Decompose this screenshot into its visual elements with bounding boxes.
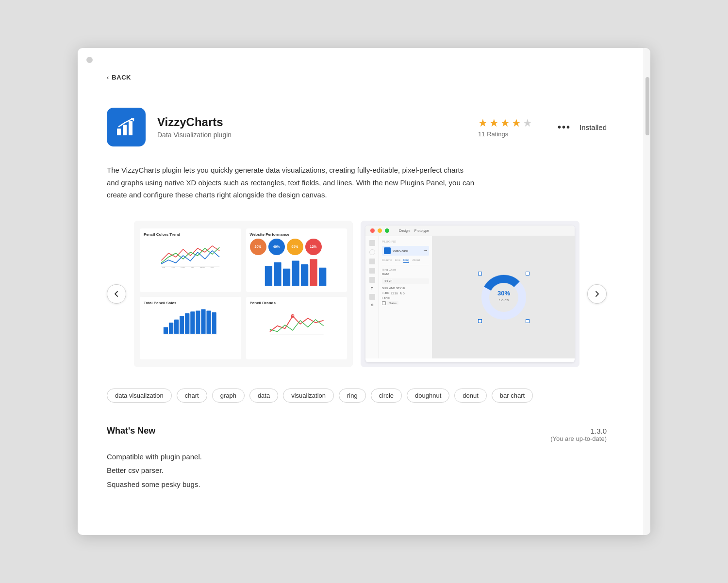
donut-badges-row: 20% 40% 65% 12% [250,239,344,255]
window-close-dot [86,57,93,63]
svg-rect-18 [169,323,173,334]
svg-rect-21 [185,313,189,333]
tag-item[interactable]: ring [339,389,366,403]
whats-new-header: What's New 1.3.0 (You are up-to-date) [107,426,607,442]
star-2: ★ [489,117,499,130]
donut-badge-3: 65% [287,239,303,255]
svg-text:30%: 30% [497,290,510,297]
mock-size-1: ○ 400 [382,292,389,294]
svg-rect-12 [282,268,290,286]
more-button[interactable]: ••• [558,122,571,132]
star-5: ★ [523,117,532,130]
tag-item[interactable]: data visualization [107,389,172,403]
mock-plugin-name: VizzyCharts [393,249,408,252]
mini-chart-website-perf: Website Performance 20% 40% 65% 12% [246,228,347,292]
mini-chart-pencil-trend: Pencil Colors Trend Jan Feb Mar [140,228,241,292]
mock-tab-prototype: Prototype [414,229,429,232]
mock-tab-ring: Ring [403,259,409,263]
plugin-header: VizzyCharts Data Visualization plugin ★ … [107,108,607,146]
donut-badge-2: 40% [268,239,285,255]
svg-rect-24 [201,309,205,334]
svg-rect-23 [196,310,200,334]
back-chevron-icon: ‹ [107,74,109,81]
mock-tab-line: Line [395,259,400,263]
line-chart-svg: Jan Feb Mar Apr May Jun [144,239,237,268]
tag-item[interactable]: visualization [283,389,334,403]
installed-label: Installed [579,123,607,131]
line-chart-brands-svg [250,307,344,336]
mock-tab-about: About [412,259,420,263]
changelog-item: Better csv parser. [107,464,607,478]
svg-text:Apr: Apr [190,266,194,268]
carousel-next-button[interactable] [587,284,607,304]
mock-handle-br [526,319,529,323]
mock-data-label: DATA [382,273,429,275]
mock-data-value: 30,70 [382,278,429,284]
mock-tab-column: Column [382,259,392,263]
back-label: BACK [112,74,131,81]
changelog-item: Squashed some pesky bugs. [107,478,607,492]
chevron-left-icon [113,290,120,298]
svg-rect-1 [123,125,127,135]
tag-item[interactable]: doughnut [407,389,449,403]
mock-tab-design: Design [399,229,410,232]
stars-container: ★ ★ ★ ★ ★ [478,117,532,130]
mock-sales-label: Sales [387,301,398,305]
mock-tool-3 [369,259,375,264]
tag-item[interactable]: data [249,389,278,403]
mock-size-3: ↻ 0 [400,292,405,295]
svg-rect-26 [212,312,216,334]
carousel-image-1: Pencil Colors Trend Jan Feb Mar [134,221,353,367]
carousel-prev-button[interactable] [107,284,126,304]
mock-tool-4 [369,268,375,274]
plugin-icon [107,108,146,146]
svg-rect-16 [319,267,326,286]
mini-chart-pencil-brands: Pencil Brands [246,297,347,359]
window-controls [78,48,650,63]
version-info: 1.3.0 (You are up-to-date) [550,427,607,442]
plugin-actions: ••• Installed [558,122,607,132]
mock-plugins-label: PLUGINS [382,240,429,243]
svg-rect-15 [310,259,317,286]
svg-rect-22 [190,311,195,334]
svg-rect-11 [274,262,281,286]
mock-tool-1 [369,240,375,246]
mock-plugin-item: VizzyCharts ••• [382,246,429,256]
donut-badge-4: 12% [305,239,322,255]
star-1: ★ [478,117,488,130]
tag-item[interactable]: circle [371,389,402,403]
mock-tool-t: T [371,286,373,291]
header-divider [107,90,607,90]
mock-chart-tabs: Column Line Ring About [382,259,429,265]
plugin-icon-svg [115,116,137,138]
tags-row: data visualizationchartgraphdatavisualiz… [107,389,607,403]
ratings-count: 11 Ratings [478,130,508,138]
screenshot-carousel: Pencil Colors Trend Jan Feb Mar [107,221,607,367]
mock-ring-label: Ring Chart [382,268,429,271]
donut-svg: 30% Sales [480,273,528,322]
mock-tool-search: ⊕ [371,303,374,307]
mock-plugin-icon [384,247,391,254]
mock-donut-chart: 30% Sales [480,273,528,322]
bar-chart-sales-svg [144,307,237,336]
donut-badge-1: 20% [250,239,266,255]
svg-rect-10 [265,266,272,286]
carousel-image-2: Design Prototype [361,221,579,367]
svg-rect-2 [129,121,132,135]
mock-size-row: ○ 400 ☐ 30 ↻ 0 [382,292,429,295]
mock-label-section: LABEL [382,297,429,300]
scrollbar[interactable] [644,48,650,535]
tag-item[interactable]: bar chart [492,389,533,403]
tag-item[interactable]: donut [454,389,487,403]
scrollbar-thumb [645,77,649,135]
changelog-item: Compatible with plugin panel. [107,450,607,464]
mock-canvas: 30% Sales [432,236,575,358]
star-3: ★ [500,117,510,130]
tag-item[interactable]: graph [212,389,245,403]
mock-handle-tl [478,272,482,275]
back-button[interactable]: ‹ BACK [107,63,607,90]
tag-item[interactable]: chart [177,389,207,403]
mock-label-row: Sales [382,301,429,305]
mock-toolbar: T ⊕ [365,236,379,358]
app-window: ‹ BACK VizzyCharts Data Visualization pl… [78,48,650,535]
